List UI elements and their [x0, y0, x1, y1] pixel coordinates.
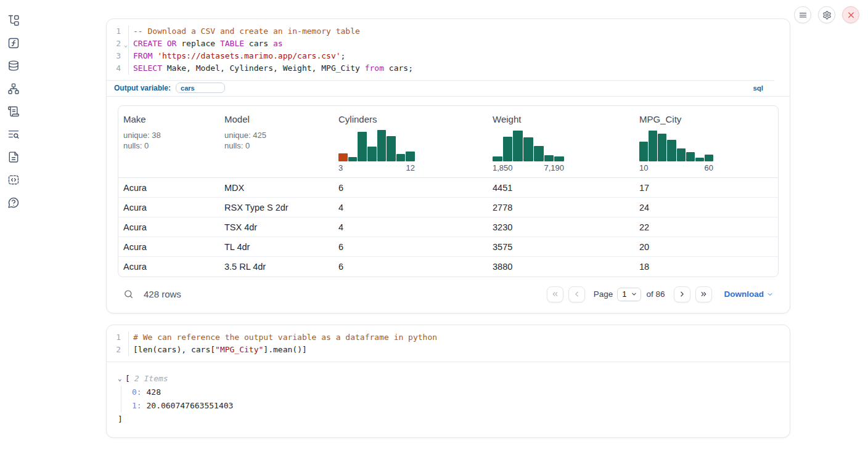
column-header-cylinders[interactable]: Cylinders312 [334, 106, 488, 178]
previous-page-button[interactable] [568, 286, 585, 302]
table-cell[interactable]: 6 [334, 257, 488, 277]
table-cell[interactable]: MDX [219, 178, 334, 198]
table-cell[interactable]: 3230 [488, 217, 634, 237]
code-editor[interactable]: 12 # We can reference the output variabl… [107, 325, 790, 362]
language-badge: sql [753, 84, 763, 92]
histogram-bar[interactable] [639, 142, 648, 161]
line-number: 2 [116, 345, 121, 354]
page-select[interactable]: 1 [617, 288, 641, 301]
table-cell[interactable]: 18 [634, 257, 779, 277]
table-row[interactable]: AcuraMDX6445117 [118, 178, 779, 198]
table-cell[interactable]: 2778 [488, 198, 634, 217]
output-variable-label: Output variable: [114, 84, 171, 92]
table-row[interactable]: Acura3.5 RL 4dr6388018 [118, 257, 779, 277]
table-cell[interactable]: 3575 [488, 237, 634, 257]
table-cell[interactable]: 20 [634, 237, 779, 257]
fold-chevron-icon[interactable]: ⌄ [124, 39, 128, 51]
last-page-button[interactable] [695, 286, 712, 302]
histogram-bar[interactable] [396, 154, 406, 161]
histogram-bar[interactable] [358, 132, 367, 161]
histogram-bar[interactable] [377, 130, 387, 161]
table-cell[interactable]: RSX Type S 2dr [219, 198, 334, 217]
histogram-bar[interactable] [534, 146, 544, 161]
histogram-bar[interactable] [686, 152, 695, 161]
file-explorer-icon[interactable] [7, 14, 20, 27]
column-header-model[interactable]: Modelunique: 425nulls: 0 [219, 106, 334, 178]
close-button[interactable] [842, 6, 859, 23]
histogram-bar[interactable] [387, 136, 396, 161]
column-stats: unique: 425nulls: 0 [224, 131, 329, 151]
scratchpad-icon[interactable] [7, 105, 20, 118]
line-number: 1 [116, 333, 121, 342]
data-sources-icon[interactable] [7, 59, 20, 73]
search-icon[interactable] [123, 289, 134, 299]
column-header-mpg_city[interactable]: MPG_City1060 [634, 106, 779, 178]
settings-button[interactable] [818, 6, 835, 23]
histogram-bar[interactable] [348, 157, 358, 161]
table-cell[interactable]: TSX 4dr [219, 217, 334, 237]
column-title: Make [123, 114, 215, 124]
table-cell[interactable]: Acura [118, 217, 219, 237]
table-cell[interactable]: 24 [634, 198, 779, 217]
table-cell[interactable]: Acura [118, 237, 219, 257]
column-header-make[interactable]: Makeunique: 38nulls: 0 [118, 106, 219, 178]
next-page-button[interactable] [674, 286, 690, 302]
table-row[interactable]: AcuraTL 4dr6357520 [118, 237, 779, 257]
histogram-bar[interactable] [554, 156, 564, 161]
column-header-weight[interactable]: Weight1,8507,190 [488, 106, 634, 178]
output-variable-input[interactable] [176, 83, 225, 93]
table-cell[interactable]: 3.5 RL 4dr [219, 257, 334, 277]
histogram-bar[interactable] [493, 156, 502, 161]
row-count: 428 rows [144, 289, 181, 299]
column-title: MPG_City [639, 114, 776, 124]
table-row[interactable]: AcuraTSX 4dr4323022 [118, 217, 779, 237]
histogram-bar[interactable] [695, 158, 704, 161]
column-histogram: 1,8507,190 [493, 127, 564, 172]
histogram-bar[interactable] [667, 140, 676, 161]
histogram-bar[interactable] [406, 152, 415, 161]
table-cell[interactable]: 4 [334, 217, 488, 237]
open-bracket: [ [125, 372, 130, 386]
table-cell[interactable]: 3880 [488, 257, 634, 277]
cell-output: Makeunique: 38nulls: 0Modelunique: 425nu… [107, 96, 790, 313]
histogram-bar[interactable] [544, 155, 554, 161]
logs-icon[interactable] [7, 127, 20, 141]
histogram-bar[interactable] [649, 131, 657, 161]
collapse-chevron-icon[interactable]: ⌄ [118, 372, 125, 386]
table-row[interactable]: AcuraRSX Type S 2dr4277824 [118, 198, 779, 217]
table-cell[interactable]: Acura [118, 178, 219, 198]
cell-meta-row: Output variable: sql [107, 80, 790, 96]
table-cell[interactable]: 22 [634, 217, 779, 237]
help-icon[interactable] [7, 196, 20, 209]
first-page-button[interactable] [547, 286, 563, 302]
histogram-bar[interactable] [503, 137, 513, 161]
table-cell[interactable]: 6 [334, 178, 488, 198]
items-count-label: 2 Items [134, 372, 168, 386]
table-cell[interactable]: 6 [334, 237, 488, 257]
table-cell[interactable]: TL 4dr [219, 237, 334, 257]
histogram-bar[interactable] [367, 147, 377, 161]
column-title: Model [224, 114, 329, 124]
line-number-gutter: 12 [107, 331, 129, 356]
variables-icon[interactable] [7, 36, 20, 50]
table-cell[interactable]: Acura [118, 198, 219, 217]
line-number: 2 [116, 39, 121, 48]
documentation-icon[interactable] [7, 150, 20, 164]
table-cell[interactable]: Acura [118, 257, 219, 277]
histogram-bar[interactable] [513, 131, 523, 161]
histogram-bar[interactable] [658, 134, 666, 161]
table-cell[interactable]: 4 [334, 198, 488, 217]
chevron-left-icon [573, 290, 581, 298]
code-editor[interactable]: 12⌄34 -- Download a CSV and create an in… [107, 19, 790, 80]
table-cell[interactable]: 4451 [488, 178, 634, 198]
histogram-bar[interactable] [705, 155, 713, 161]
dependency-graph-icon[interactable] [7, 82, 20, 95]
download-button[interactable]: Download [724, 289, 774, 299]
window-actions [794, 6, 859, 23]
table-cell[interactable]: 17 [634, 178, 779, 198]
menu-button[interactable] [794, 6, 811, 23]
histogram-bar[interactable] [338, 153, 348, 161]
snippets-icon[interactable] [7, 173, 20, 187]
histogram-bar[interactable] [523, 137, 533, 161]
histogram-bar[interactable] [677, 148, 686, 161]
